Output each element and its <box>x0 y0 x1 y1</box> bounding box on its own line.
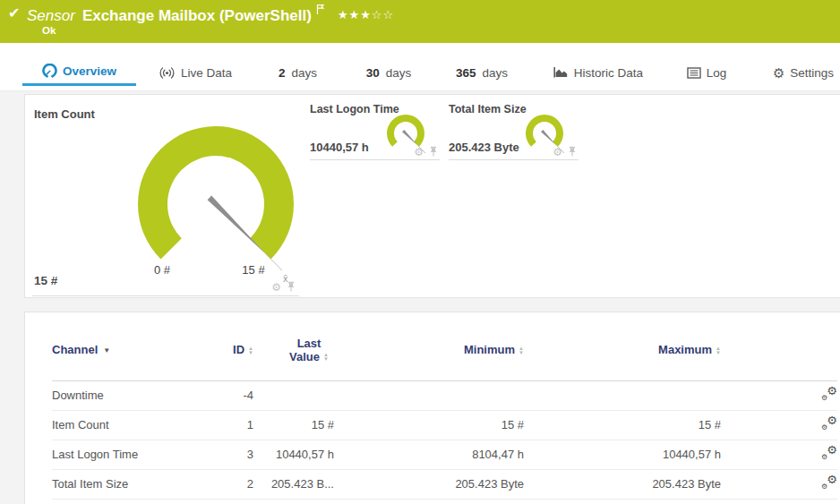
channel-maximum: 10440,57 h <box>524 440 721 469</box>
tab-bar: Overview Live Data 2 days 30 days 365 da… <box>0 43 840 91</box>
table-header-row: Channel▼ ID▲▼ Last Value▲▼ Minimum▲▼ Max… <box>52 323 837 380</box>
gauge-settings-gear-icon[interactable]: ⚙ <box>553 147 562 158</box>
stars-empty-icon[interactable]: ☆☆ <box>372 8 394 21</box>
channel-maximum: 205.423 Byte <box>524 469 721 499</box>
tab-30-days[interactable]: 30 days <box>356 59 421 86</box>
tab-settings[interactable]: ⚙ Settings <box>767 59 840 86</box>
gauge-title: Total Item Size <box>449 103 527 115</box>
column-header-last-value[interactable]: Last Value▲▼ <box>253 323 334 380</box>
gauge-min-label: 0 # <box>140 263 184 277</box>
tab-365-days[interactable]: 365 days <box>446 59 518 86</box>
pin-icon[interactable] <box>568 144 577 160</box>
tab-label: days <box>386 66 412 80</box>
edit-channel-gears-icon[interactable]: ⚙⚙ <box>820 446 837 460</box>
column-header-id[interactable]: ID▲▼ <box>223 323 253 380</box>
sort-icon[interactable]: ▲▼ <box>519 346 524 355</box>
channel-id: 2 <box>223 469 253 499</box>
log-list-icon <box>687 67 701 79</box>
sort-icon[interactable]: ▲▼ <box>323 353 329 362</box>
pin-icon[interactable] <box>429 144 438 160</box>
channel-last-value: 10440,57 h <box>253 440 334 469</box>
priority-stars[interactable]: ★★★☆☆ <box>338 8 394 21</box>
channel-name: Item Count <box>52 410 223 440</box>
tab-label: Historic Data <box>574 66 643 80</box>
edit-channel-gears-icon[interactable]: ⚙⚙ <box>820 416 837 431</box>
object-type-label: Sensor <box>27 7 75 24</box>
channel-name: Last Logon Time <box>52 440 223 469</box>
tab-label: Overview <box>63 64 116 78</box>
sensor-title: Exchange Mailbox (PowerShell) <box>82 7 312 24</box>
channel-last-value <box>253 380 334 410</box>
tab-label-number: 2 <box>279 66 286 80</box>
gauge-tile-total-item-size: Total Item Size 205.423 Byte ⚙ <box>449 101 579 160</box>
channel-id: -4 <box>223 380 253 410</box>
column-header-actions <box>721 323 837 380</box>
tab-label: days <box>483 66 509 80</box>
tab-label: days <box>291 66 317 80</box>
sort-caret-icon[interactable]: ▼ <box>103 346 110 355</box>
gauge-settings-gear-icon[interactable]: ⚙ <box>414 147 424 158</box>
tab-overview[interactable]: Overview <box>22 59 136 86</box>
edit-channel-gears-icon[interactable]: ⚙⚙ <box>820 475 837 490</box>
column-header-minimum[interactable]: Minimum▲▼ <box>334 323 524 380</box>
priority-flag-icon[interactable] <box>316 3 325 19</box>
column-header-maximum[interactable]: Maximum▲▼ <box>524 323 721 380</box>
channel-minimum <box>334 380 524 410</box>
area-chart-icon <box>553 66 569 79</box>
channel-minimum: 8104,47 h <box>334 440 524 469</box>
gauge-max-label: 15 # <box>231 263 276 277</box>
sort-icon[interactable]: ▲▼ <box>248 346 253 355</box>
tab-log[interactable]: Log <box>681 59 733 86</box>
gear-icon: ⚙ <box>773 66 784 80</box>
gauge-settings-gear-icon[interactable]: ⚙ <box>271 282 281 293</box>
gauge-value: 205.423 Byte <box>449 141 519 154</box>
tab-label-number: 30 <box>366 66 380 80</box>
channel-maximum: 15 # <box>524 410 721 440</box>
gauge-value: 15 # <box>34 274 57 287</box>
gauge-title: Item Count <box>34 107 95 121</box>
channel-last-value: 205.423 B... <box>253 469 334 499</box>
stars-filled-icon[interactable]: ★★★ <box>338 8 372 21</box>
gauges-panel: Item Count x̄ 0 # 15 # 15 # ⚙ Last Logon… <box>24 94 840 298</box>
channel-name: Total Item Size <box>52 469 223 499</box>
tab-label: Live Data <box>181 66 232 80</box>
sensor-status-text: Ok <box>42 25 56 36</box>
gauge-tile-last-logon-time: Last Logon Time 10440,57 h ⚙ <box>310 101 440 160</box>
column-header-channel[interactable]: Channel▼ <box>52 323 223 380</box>
status-ok-check-icon: ✔ <box>8 4 20 21</box>
channel-last-value: 15 # <box>253 410 334 440</box>
channel-table-panel: Channel▼ ID▲▼ Last Value▲▼ Minimum▲▼ Max… <box>24 312 840 504</box>
channel-minimum: 15 # <box>334 410 524 440</box>
table-row: Total Item Size 2 205.423 B... 205.423 B… <box>52 469 837 499</box>
tab-historic-data[interactable]: Historic Data <box>544 59 652 86</box>
pin-icon[interactable] <box>287 279 296 295</box>
channel-table: Channel▼ ID▲▼ Last Value▲▼ Minimum▲▼ Max… <box>52 323 837 500</box>
tab-live-data[interactable]: Live Data <box>150 59 240 86</box>
channel-id: 1 <box>223 410 253 440</box>
tab-label: Settings <box>790 66 834 80</box>
tab-label-number: 365 <box>456 66 476 80</box>
channel-minimum: 205.423 Byte <box>334 469 524 499</box>
channel-name: Downtime <box>52 380 223 410</box>
broadcast-icon <box>159 66 176 80</box>
edit-channel-gears-icon[interactable]: ⚙⚙ <box>820 387 837 401</box>
channel-maximum <box>524 380 721 410</box>
gauge-value: 10440,57 h <box>310 141 369 154</box>
prtg-sensor-page: ✔ SensorExchange Mailbox (PowerShell)★★★… <box>0 0 840 504</box>
sensor-status-header: ✔ SensorExchange Mailbox (PowerShell)★★★… <box>0 0 840 43</box>
tab-2-days[interactable]: 2 days <box>269 59 327 86</box>
table-row: Item Count 1 15 # 15 # 15 # ⚙⚙ <box>52 410 837 440</box>
gauge-icon <box>42 64 57 79</box>
table-row: Downtime -4 ⚙⚙ <box>52 380 837 410</box>
gauge-tile-item-count: Item Count x̄ 0 # 15 # 15 # ⚙ <box>32 100 299 296</box>
table-row: Last Logon Time 3 10440,57 h 8104,47 h 1… <box>52 440 837 469</box>
channel-id: 3 <box>223 440 253 469</box>
tab-label: Log <box>707 66 727 80</box>
sort-icon[interactable]: ▲▼ <box>716 346 721 355</box>
